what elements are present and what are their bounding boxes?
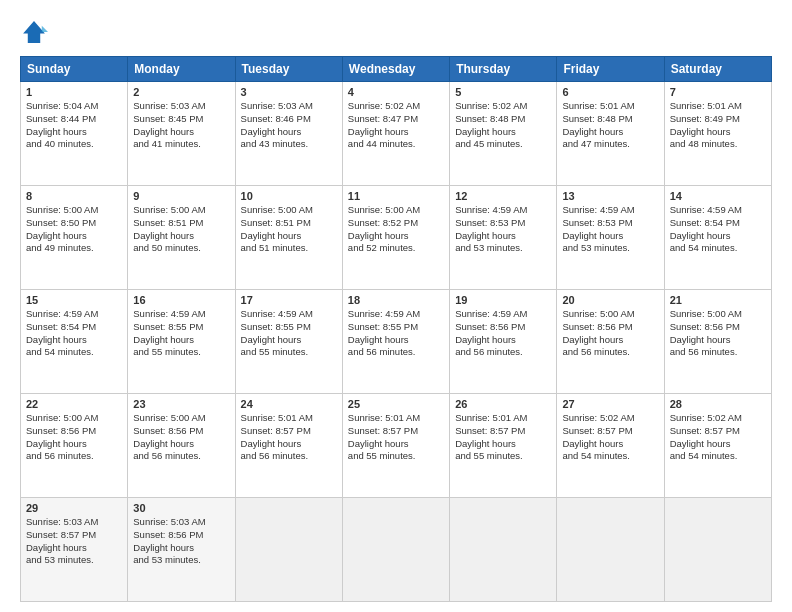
day-number: 17 — [241, 294, 337, 306]
day-number: 19 — [455, 294, 551, 306]
calendar-row: 15Sunrise: 4:59 AMSunset: 8:54 PMDayligh… — [21, 290, 772, 394]
cell-content: Sunrise: 4:59 AMSunset: 8:55 PMDaylight … — [133, 308, 229, 359]
cell-content: Sunrise: 5:02 AMSunset: 8:57 PMDaylight … — [670, 412, 766, 463]
calendar-row: 1Sunrise: 5:04 AMSunset: 8:44 PMDaylight… — [21, 82, 772, 186]
calendar-cell — [342, 498, 449, 602]
cell-content: Sunrise: 4:59 AMSunset: 8:55 PMDaylight … — [348, 308, 444, 359]
cell-content: Sunrise: 4:59 AMSunset: 8:56 PMDaylight … — [455, 308, 551, 359]
cell-content: Sunrise: 5:02 AMSunset: 8:47 PMDaylight … — [348, 100, 444, 151]
calendar-cell: 7Sunrise: 5:01 AMSunset: 8:49 PMDaylight… — [664, 82, 771, 186]
day-number: 22 — [26, 398, 122, 410]
day-number: 4 — [348, 86, 444, 98]
day-number: 10 — [241, 190, 337, 202]
cell-content: Sunrise: 5:00 AMSunset: 8:51 PMDaylight … — [133, 204, 229, 255]
day-number: 11 — [348, 190, 444, 202]
day-number: 24 — [241, 398, 337, 410]
day-number: 25 — [348, 398, 444, 410]
day-number: 2 — [133, 86, 229, 98]
calendar-row: 8Sunrise: 5:00 AMSunset: 8:50 PMDaylight… — [21, 186, 772, 290]
calendar-cell — [557, 498, 664, 602]
cell-content: Sunrise: 5:03 AMSunset: 8:46 PMDaylight … — [241, 100, 337, 151]
day-of-week-header: Saturday — [664, 57, 771, 82]
calendar-cell — [450, 498, 557, 602]
day-number: 12 — [455, 190, 551, 202]
day-number: 28 — [670, 398, 766, 410]
day-number: 18 — [348, 294, 444, 306]
calendar-cell: 5Sunrise: 5:02 AMSunset: 8:48 PMDaylight… — [450, 82, 557, 186]
day-number: 26 — [455, 398, 551, 410]
day-number: 23 — [133, 398, 229, 410]
cell-content: Sunrise: 5:01 AMSunset: 8:57 PMDaylight … — [348, 412, 444, 463]
calendar-cell — [235, 498, 342, 602]
calendar-cell: 21Sunrise: 5:00 AMSunset: 8:56 PMDayligh… — [664, 290, 771, 394]
cell-content: Sunrise: 5:04 AMSunset: 8:44 PMDaylight … — [26, 100, 122, 151]
day-number: 7 — [670, 86, 766, 98]
calendar-cell: 2Sunrise: 5:03 AMSunset: 8:45 PMDaylight… — [128, 82, 235, 186]
cell-content: Sunrise: 5:01 AMSunset: 8:57 PMDaylight … — [455, 412, 551, 463]
calendar-cell: 3Sunrise: 5:03 AMSunset: 8:46 PMDaylight… — [235, 82, 342, 186]
day-of-week-header: Thursday — [450, 57, 557, 82]
calendar-cell: 1Sunrise: 5:04 AMSunset: 8:44 PMDaylight… — [21, 82, 128, 186]
logo-icon — [20, 18, 48, 46]
calendar-cell: 14Sunrise: 4:59 AMSunset: 8:54 PMDayligh… — [664, 186, 771, 290]
calendar-cell: 8Sunrise: 5:00 AMSunset: 8:50 PMDaylight… — [21, 186, 128, 290]
day-number: 3 — [241, 86, 337, 98]
logo — [20, 18, 52, 46]
cell-content: Sunrise: 4:59 AMSunset: 8:55 PMDaylight … — [241, 308, 337, 359]
calendar-cell: 24Sunrise: 5:01 AMSunset: 8:57 PMDayligh… — [235, 394, 342, 498]
day-number: 20 — [562, 294, 658, 306]
day-number: 9 — [133, 190, 229, 202]
calendar-cell: 23Sunrise: 5:00 AMSunset: 8:56 PMDayligh… — [128, 394, 235, 498]
calendar-cell: 19Sunrise: 4:59 AMSunset: 8:56 PMDayligh… — [450, 290, 557, 394]
calendar-cell: 26Sunrise: 5:01 AMSunset: 8:57 PMDayligh… — [450, 394, 557, 498]
calendar-cell: 18Sunrise: 4:59 AMSunset: 8:55 PMDayligh… — [342, 290, 449, 394]
calendar-cell: 16Sunrise: 4:59 AMSunset: 8:55 PMDayligh… — [128, 290, 235, 394]
cell-content: Sunrise: 5:01 AMSunset: 8:49 PMDaylight … — [670, 100, 766, 151]
day-number: 1 — [26, 86, 122, 98]
day-number: 13 — [562, 190, 658, 202]
cell-content: Sunrise: 5:02 AMSunset: 8:57 PMDaylight … — [562, 412, 658, 463]
cell-content: Sunrise: 4:59 AMSunset: 8:54 PMDaylight … — [670, 204, 766, 255]
calendar-cell: 20Sunrise: 5:00 AMSunset: 8:56 PMDayligh… — [557, 290, 664, 394]
calendar-row: 22Sunrise: 5:00 AMSunset: 8:56 PMDayligh… — [21, 394, 772, 498]
calendar-cell: 30Sunrise: 5:03 AMSunset: 8:56 PMDayligh… — [128, 498, 235, 602]
calendar-cell: 22Sunrise: 5:00 AMSunset: 8:56 PMDayligh… — [21, 394, 128, 498]
day-of-week-header: Friday — [557, 57, 664, 82]
cell-content: Sunrise: 4:59 AMSunset: 8:53 PMDaylight … — [455, 204, 551, 255]
day-number: 8 — [26, 190, 122, 202]
day-number: 15 — [26, 294, 122, 306]
calendar-cell: 29Sunrise: 5:03 AMSunset: 8:57 PMDayligh… — [21, 498, 128, 602]
calendar-cell: 17Sunrise: 4:59 AMSunset: 8:55 PMDayligh… — [235, 290, 342, 394]
page: SundayMondayTuesdayWednesdayThursdayFrid… — [0, 0, 792, 612]
cell-content: Sunrise: 5:00 AMSunset: 8:56 PMDaylight … — [26, 412, 122, 463]
calendar-cell: 13Sunrise: 4:59 AMSunset: 8:53 PMDayligh… — [557, 186, 664, 290]
calendar: SundayMondayTuesdayWednesdayThursdayFrid… — [20, 56, 772, 602]
day-of-week-header: Tuesday — [235, 57, 342, 82]
cell-content: Sunrise: 5:00 AMSunset: 8:56 PMDaylight … — [133, 412, 229, 463]
cell-content: Sunrise: 5:00 AMSunset: 8:56 PMDaylight … — [670, 308, 766, 359]
calendar-cell: 6Sunrise: 5:01 AMSunset: 8:48 PMDaylight… — [557, 82, 664, 186]
cell-content: Sunrise: 5:00 AMSunset: 8:51 PMDaylight … — [241, 204, 337, 255]
cell-content: Sunrise: 5:01 AMSunset: 8:57 PMDaylight … — [241, 412, 337, 463]
cell-content: Sunrise: 5:02 AMSunset: 8:48 PMDaylight … — [455, 100, 551, 151]
top-section — [20, 18, 772, 46]
cell-content: Sunrise: 5:03 AMSunset: 8:56 PMDaylight … — [133, 516, 229, 567]
day-number: 30 — [133, 502, 229, 514]
cell-content: Sunrise: 5:03 AMSunset: 8:45 PMDaylight … — [133, 100, 229, 151]
day-of-week-header: Sunday — [21, 57, 128, 82]
calendar-body: 1Sunrise: 5:04 AMSunset: 8:44 PMDaylight… — [21, 82, 772, 602]
cell-content: Sunrise: 4:59 AMSunset: 8:53 PMDaylight … — [562, 204, 658, 255]
calendar-cell: 25Sunrise: 5:01 AMSunset: 8:57 PMDayligh… — [342, 394, 449, 498]
calendar-cell: 12Sunrise: 4:59 AMSunset: 8:53 PMDayligh… — [450, 186, 557, 290]
calendar-cell: 27Sunrise: 5:02 AMSunset: 8:57 PMDayligh… — [557, 394, 664, 498]
day-number: 21 — [670, 294, 766, 306]
cell-content: Sunrise: 5:00 AMSunset: 8:50 PMDaylight … — [26, 204, 122, 255]
calendar-cell: 4Sunrise: 5:02 AMSunset: 8:47 PMDaylight… — [342, 82, 449, 186]
calendar-row: 29Sunrise: 5:03 AMSunset: 8:57 PMDayligh… — [21, 498, 772, 602]
day-number: 5 — [455, 86, 551, 98]
calendar-cell: 10Sunrise: 5:00 AMSunset: 8:51 PMDayligh… — [235, 186, 342, 290]
cell-content: Sunrise: 5:00 AMSunset: 8:52 PMDaylight … — [348, 204, 444, 255]
day-number: 6 — [562, 86, 658, 98]
calendar-cell: 15Sunrise: 4:59 AMSunset: 8:54 PMDayligh… — [21, 290, 128, 394]
calendar-cell: 28Sunrise: 5:02 AMSunset: 8:57 PMDayligh… — [664, 394, 771, 498]
